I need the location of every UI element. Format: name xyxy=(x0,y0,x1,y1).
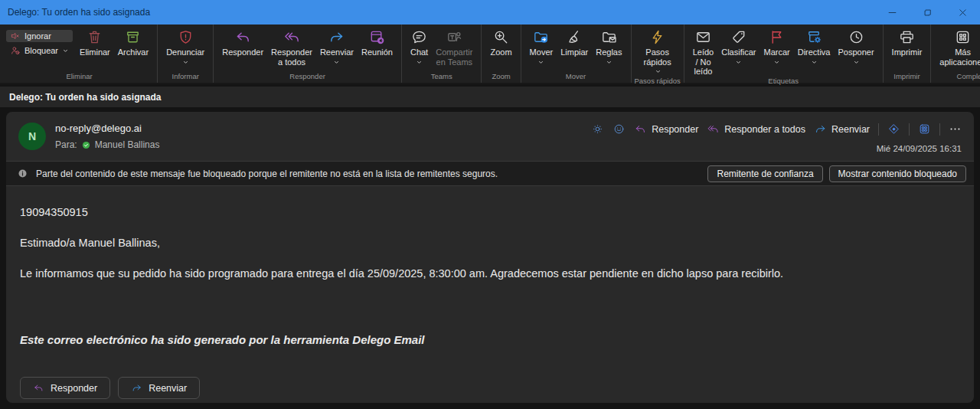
email-card: N no-reply@delego.ai Para: Manuel Ballin… xyxy=(6,112,974,403)
chat-button[interactable]: Chat xyxy=(407,27,432,66)
ignore-button[interactable]: Ignorar xyxy=(6,30,73,42)
ribbon-group-label-pasos-rapidos: Pasos rápidos xyxy=(632,77,684,87)
light-mode-sun-icon[interactable] xyxy=(591,123,604,136)
read-unread-button[interactable]: Leído / No leído xyxy=(689,27,718,77)
ribbon-group-label-imprimir: Imprimir xyxy=(884,72,931,83)
trash-icon xyxy=(86,28,103,46)
chevron-down-icon xyxy=(537,59,544,66)
ribbon-group-label-mover: Mover xyxy=(521,72,631,83)
chevron-down-icon xyxy=(182,59,189,66)
meeting-button[interactable]: Reunión xyxy=(358,27,397,57)
apps-grid-icon xyxy=(954,28,972,46)
ribbon: Ignorar Bloquear Eliminar Archivar Elimi… xyxy=(0,25,980,84)
chevron-down-icon xyxy=(735,59,742,66)
block-sender-button[interactable]: Bloquear xyxy=(6,44,73,57)
delete-button[interactable]: Eliminar xyxy=(76,27,114,57)
minimize-icon xyxy=(887,7,898,18)
forward-link[interactable]: Reenviar xyxy=(814,123,870,136)
trusted-sender-button[interactable]: Remitente de confianza xyxy=(707,165,822,182)
cleanup-button[interactable]: Limpiar xyxy=(557,27,592,57)
blocked-content-text: Parte del contenido de este mensaje fue … xyxy=(36,169,498,179)
tag-icon xyxy=(730,28,747,46)
quick-reply-buttons: Responder Reenviar xyxy=(20,377,960,399)
chevron-down-icon xyxy=(416,59,423,66)
quick-steps-button[interactable]: Pasos rápidos xyxy=(636,27,679,77)
reply-link[interactable]: Responder xyxy=(634,123,698,136)
reply-all-icon xyxy=(707,123,720,136)
blocked-content-banner: Parte del contenido de este mensaje fue … xyxy=(6,161,974,186)
recipient-name[interactable]: Manuel Ballinas xyxy=(95,139,160,150)
forward-button[interactable]: Reenviar xyxy=(316,27,358,66)
minimize-button[interactable] xyxy=(874,0,910,25)
flag-icon xyxy=(768,28,786,46)
envelope-icon xyxy=(694,28,712,46)
footer-note: Este correo electrónico ha sido generado… xyxy=(20,333,960,346)
categorize-button[interactable]: Clasificar xyxy=(717,27,760,66)
teams-icon xyxy=(446,28,463,46)
chevron-down-icon xyxy=(62,47,69,54)
rules-folder-icon xyxy=(600,28,618,46)
reply-all-link[interactable]: Responder a todos xyxy=(707,123,805,136)
add-reaction-icon[interactable] xyxy=(612,123,626,136)
chevron-down-icon xyxy=(655,68,662,75)
print-button[interactable]: Imprimir xyxy=(888,27,926,57)
subject-bar: Delego: Tu orden ha sido asignada xyxy=(0,87,980,107)
reply-button[interactable]: Responder xyxy=(218,27,267,57)
ribbon-group-teams: Chat Compartir en Teams Teams xyxy=(402,25,482,83)
policy-button[interactable]: Directiva xyxy=(794,27,835,66)
archive-button[interactable]: Archivar xyxy=(114,27,152,57)
ribbon-group-label-informar: Informar xyxy=(158,72,213,83)
lightning-icon xyxy=(648,28,666,46)
apps-grid-icon[interactable] xyxy=(918,123,931,136)
forward-quick-button[interactable]: Reenviar xyxy=(118,377,200,399)
greeting-text: Estimado/a Manuel Ballinas, xyxy=(20,237,960,249)
forward-icon xyxy=(814,123,827,136)
share-to-teams-button[interactable]: Compartir en Teams xyxy=(432,27,476,67)
rules-button[interactable]: Reglas xyxy=(592,27,626,66)
ribbon-group-label-eliminar: Eliminar xyxy=(2,72,157,83)
meeting-calendar-icon xyxy=(368,28,386,46)
message-text: Le informamos que su pedido ha sido prog… xyxy=(20,267,960,280)
more-options-icon[interactable] xyxy=(949,123,962,136)
reply-icon xyxy=(33,382,44,394)
printer-icon xyxy=(898,28,916,46)
chat-bubble-icon xyxy=(410,28,428,46)
flag-button[interactable]: Marcar xyxy=(760,27,793,66)
show-blocked-content-button[interactable]: Mostrar contenido bloqueado xyxy=(829,165,966,182)
policy-icon xyxy=(805,28,823,46)
close-button[interactable] xyxy=(945,0,980,25)
report-button[interactable]: Denunciar xyxy=(162,27,208,66)
verified-check-icon xyxy=(81,140,91,150)
chevron-down-icon xyxy=(333,59,340,66)
reply-all-button[interactable]: Responder a todos xyxy=(267,27,316,67)
chevron-down-icon xyxy=(606,59,612,66)
divider xyxy=(878,123,879,136)
move-folder-icon xyxy=(532,28,550,46)
window-controls xyxy=(874,0,980,25)
ribbon-group-complementos: Más aplicaciones Viva Insights Complemen… xyxy=(931,25,980,83)
to-label: Para: xyxy=(55,139,77,150)
info-icon xyxy=(17,168,28,179)
reply-all-icon xyxy=(283,28,301,46)
sender-address[interactable]: no-reply@delego.ai xyxy=(55,123,159,134)
window-title: Delego: Tu orden ha sido asignada xyxy=(8,7,150,18)
zoom-magnifier-icon xyxy=(492,28,510,46)
divider xyxy=(909,123,910,136)
reply-quick-button[interactable]: Responder xyxy=(20,377,110,399)
zoom-button[interactable]: Zoom xyxy=(486,27,515,57)
email-header: N no-reply@delego.ai Para: Manuel Ballin… xyxy=(6,112,974,161)
close-icon xyxy=(957,7,969,18)
divider xyxy=(939,123,940,136)
broom-icon xyxy=(566,28,583,46)
ribbon-group-label-complementos: Complementos xyxy=(931,72,980,83)
move-button[interactable]: Mover xyxy=(526,27,557,66)
restore-button[interactable] xyxy=(910,0,945,25)
snooze-button[interactable]: Posponer xyxy=(835,27,878,66)
ribbon-group-imprimir: Imprimir Imprimir xyxy=(884,25,932,83)
ribbon-group-zoom: Zoom Zoom xyxy=(482,25,521,83)
viva-insights-icon[interactable] xyxy=(887,123,900,136)
recipient-line: Para: Manuel Ballinas xyxy=(55,139,159,150)
ribbon-group-label-etiquetas: Etiquetas xyxy=(684,77,883,87)
more-apps-button[interactable]: Más aplicaciones xyxy=(936,27,980,67)
ribbon-group-etiquetas: Leído / No leído Clasificar Marcar Direc… xyxy=(684,25,884,83)
